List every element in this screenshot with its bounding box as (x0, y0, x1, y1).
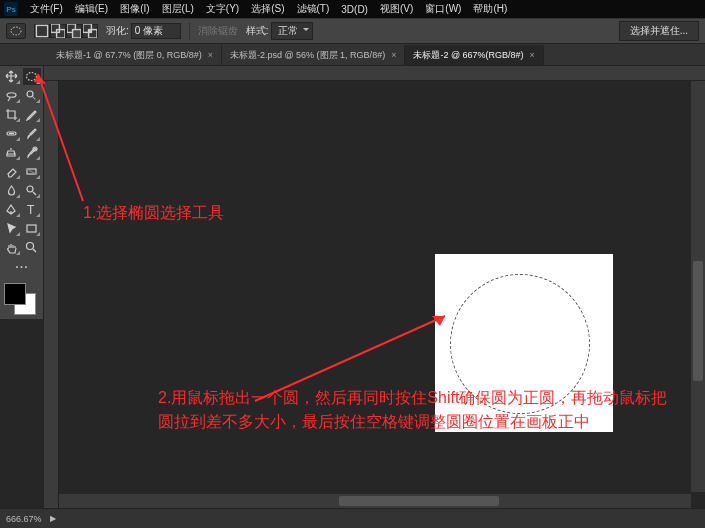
style-dropdown[interactable]: 正常 (271, 22, 313, 40)
svg-rect-3 (57, 30, 65, 38)
hand-tool[interactable] (2, 239, 21, 256)
svg-line-18 (38, 74, 83, 201)
lasso-tool[interactable] (2, 87, 21, 104)
svg-marker-19 (34, 74, 46, 84)
selection-new-icon[interactable] (34, 24, 50, 38)
tab-label: 未标题-2 @ 667%(RGB/8#) (413, 49, 523, 62)
menu-layer[interactable]: 图层(L) (156, 2, 200, 16)
svg-rect-2 (51, 24, 59, 32)
style-label: 样式: (246, 24, 269, 38)
status-bar: 666.67% ▶ (0, 508, 705, 528)
edit-toolbar-button[interactable]: ··· (2, 258, 41, 275)
selection-add-icon[interactable] (50, 24, 66, 38)
close-icon[interactable]: × (208, 50, 213, 60)
tab-doc-3[interactable]: 未标题-2 @ 667%(RGB/8#) × (405, 45, 543, 65)
tab-doc-2[interactable]: 未标题-2.psd @ 56% (图层 1, RGB/8#) × (222, 45, 405, 65)
status-caret-icon[interactable]: ▶ (50, 514, 56, 523)
tab-label: 未标题-2.psd @ 56% (图层 1, RGB/8#) (230, 49, 385, 62)
svg-point-0 (11, 27, 21, 35)
selection-mode-group (34, 24, 98, 38)
annotation-arrow-1 (28, 66, 98, 206)
antialias-label: 消除锯齿 (198, 24, 238, 38)
menu-image[interactable]: 图像(I) (114, 2, 155, 16)
tab-doc-1[interactable]: 未标题-1 @ 67.7% (图层 0, RGB/8#) × (48, 45, 222, 65)
separator (189, 22, 190, 40)
blur-tool[interactable] (2, 182, 21, 199)
spot-heal-tool[interactable] (2, 125, 21, 142)
svg-point-17 (27, 243, 34, 250)
menu-view[interactable]: 视图(V) (374, 2, 419, 16)
crop-tool[interactable] (2, 106, 21, 123)
rectangle-tool[interactable] (23, 220, 42, 237)
selection-subtract-icon[interactable] (66, 24, 82, 38)
menu-3d[interactable]: 3D(D) (335, 4, 374, 15)
menu-type[interactable]: 文字(Y) (200, 2, 245, 16)
zoom-level[interactable]: 666.67% (6, 514, 42, 524)
menu-window[interactable]: 窗口(W) (419, 2, 467, 16)
menu-file[interactable]: 文件(F) (24, 2, 69, 16)
close-icon[interactable]: × (391, 50, 396, 60)
horizontal-scrollbar[interactable] (59, 494, 691, 508)
clone-stamp-tool[interactable] (2, 144, 21, 161)
style-group: 样式: 正常 (246, 22, 313, 40)
path-select-tool[interactable] (2, 220, 21, 237)
feather-input[interactable] (131, 23, 181, 39)
selection-intersect-icon[interactable] (82, 24, 98, 38)
color-swatches (2, 281, 38, 317)
scrollbar-thumb[interactable] (693, 261, 703, 381)
svg-line-20 (255, 316, 445, 401)
annotation-arrow-2 (250, 296, 460, 406)
ruler-horizontal (44, 66, 705, 81)
svg-rect-8 (89, 30, 92, 33)
feather-group: 羽化: (106, 23, 181, 39)
eraser-tool[interactable] (2, 163, 21, 180)
svg-rect-16 (27, 225, 36, 232)
options-bar: 羽化: 消除锯齿 样式: 正常 选择并遮住... (0, 18, 705, 44)
menu-select[interactable]: 选择(S) (245, 2, 290, 16)
tab-label: 未标题-1 @ 67.7% (图层 0, RGB/8#) (56, 49, 202, 62)
vertical-scrollbar[interactable] (691, 81, 705, 492)
menu-help[interactable]: 帮助(H) (467, 2, 513, 16)
svg-rect-5 (73, 30, 81, 38)
annotation-1: 1.选择椭圆选择工具 (83, 201, 224, 225)
menu-edit[interactable]: 编辑(E) (69, 2, 114, 16)
zoom-tool[interactable] (23, 239, 42, 256)
menu-bar: Ps 文件(F) 编辑(E) 图像(I) 图层(L) 文字(Y) 选择(S) 滤… (0, 0, 705, 18)
scrollbar-thumb[interactable] (339, 496, 499, 506)
document-tab-bar: 未标题-1 @ 67.7% (图层 0, RGB/8#) × 未标题-2.psd… (0, 44, 705, 66)
select-and-mask-button[interactable]: 选择并遮住... (619, 21, 699, 41)
workspace: T ··· 1.选择椭圆选择工具 2.用鼠标拖出一个圆，然后再同时按住Shift… (0, 66, 705, 508)
app-logo-icon: Ps (4, 2, 18, 16)
feather-label: 羽化: (106, 24, 129, 38)
active-tool-icon[interactable] (6, 23, 26, 39)
close-icon[interactable]: × (530, 50, 535, 60)
menu-filter[interactable]: 滤镜(T) (291, 2, 336, 16)
pen-tool[interactable] (2, 201, 21, 218)
foreground-color-swatch[interactable] (4, 283, 26, 305)
move-tool[interactable] (2, 68, 21, 85)
svg-rect-1 (36, 25, 47, 36)
